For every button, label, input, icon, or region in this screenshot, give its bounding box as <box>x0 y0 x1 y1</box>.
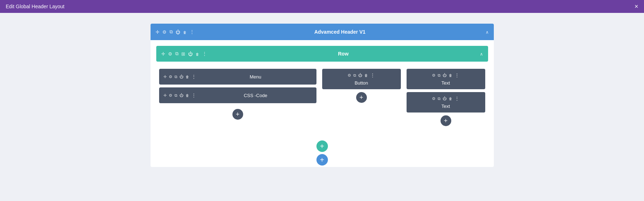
col-left: Menu CSS -Code <box>159 69 316 120</box>
text-module-1[interactable]: Text <box>407 69 485 89</box>
css-code-module[interactable]: CSS -Code <box>159 87 316 103</box>
menu-module[interactable]: Menu <box>159 69 316 85</box>
button-gear-icon[interactable] <box>348 73 351 78</box>
section-collapse-icon[interactable] <box>486 29 489 35</box>
module-container: Advamced Header V1 Row <box>151 24 494 167</box>
css-module-icons <box>163 92 196 98</box>
mid-add-button[interactable]: + <box>356 92 367 103</box>
menu-more-icon[interactable] <box>191 74 196 80</box>
close-button[interactable]: × <box>634 3 638 10</box>
button-module-icons <box>348 72 375 78</box>
row-gear-icon[interactable] <box>168 51 172 57</box>
button-label: Button <box>355 80 368 86</box>
content-area: Advamced Header V1 Row <box>0 13 644 201</box>
section-header: Advamced Header V1 <box>151 24 494 40</box>
menu-power-icon[interactable] <box>180 75 183 79</box>
left-add-container: + <box>159 109 316 120</box>
button-power-icon[interactable] <box>358 73 362 77</box>
row-title: Row <box>207 51 480 57</box>
row-copy-icon[interactable] <box>175 51 178 57</box>
bottom-teal-add-button[interactable]: + <box>316 140 328 152</box>
menu-label: Menu <box>199 74 312 80</box>
text1-gear-icon[interactable] <box>432 73 436 78</box>
text2-power-icon[interactable] <box>443 96 447 101</box>
text2-more-icon[interactable] <box>454 96 459 101</box>
text2-copy-icon[interactable] <box>438 96 441 101</box>
text-module-2[interactable]: Text <box>407 92 485 113</box>
section-move-icon[interactable] <box>156 29 159 35</box>
menu-module-icons <box>163 74 196 80</box>
css-power-icon[interactable] <box>180 93 183 97</box>
row-collapse-icon[interactable] <box>480 51 483 57</box>
text1-power-icon[interactable] <box>443 73 447 77</box>
bottom-blue-add-button[interactable]: + <box>316 154 328 166</box>
section-gear-icon[interactable] <box>162 29 167 35</box>
text1-more-icon[interactable] <box>454 72 459 78</box>
section-power-icon[interactable] <box>176 29 180 35</box>
menu-trash-icon[interactable] <box>186 75 189 79</box>
css-gear-icon[interactable] <box>169 93 172 98</box>
button-module[interactable]: Button <box>322 69 401 89</box>
title-bar-text: Edit Global Header Layout <box>6 4 64 9</box>
right-add-button[interactable]: + <box>441 115 451 126</box>
row-grid-icon[interactable] <box>181 51 185 57</box>
css-copy-icon[interactable] <box>174 93 177 98</box>
row-power-icon[interactable] <box>188 51 193 57</box>
section-header-icons <box>156 29 195 35</box>
button-trash-icon[interactable] <box>364 73 368 77</box>
menu-move-icon[interactable] <box>163 75 167 79</box>
text2-trash-icon[interactable] <box>449 96 452 101</box>
css-move-icon[interactable] <box>163 93 167 98</box>
menu-copy-icon[interactable] <box>174 75 177 79</box>
row-header: Row <box>156 46 488 62</box>
row-header-icons <box>161 51 207 57</box>
css-label: CSS -Code <box>199 93 312 98</box>
css-more-icon[interactable] <box>191 92 196 98</box>
section-more-icon[interactable] <box>190 29 195 35</box>
section-copy-icon[interactable] <box>169 29 173 35</box>
columns-container: Menu CSS -Code <box>156 67 488 132</box>
text1-trash-icon[interactable] <box>449 73 452 77</box>
left-add-button[interactable]: + <box>232 109 243 120</box>
text2-module-icons <box>432 96 459 101</box>
css-trash-icon[interactable] <box>186 93 189 97</box>
text1-label: Text <box>442 80 450 86</box>
col-mid: Button + <box>322 69 401 103</box>
text2-label: Text <box>442 104 450 109</box>
button-copy-icon[interactable] <box>353 73 356 78</box>
row-more-icon[interactable] <box>202 51 207 57</box>
row-section: Row <box>151 40 494 138</box>
section-trash-icon[interactable] <box>183 29 187 35</box>
col-right: Text Text + <box>407 69 485 126</box>
button-more-icon[interactable] <box>370 72 375 78</box>
row-trash-icon[interactable] <box>196 51 199 57</box>
section-title: Advamced Header V1 <box>195 29 486 35</box>
bottom-add-buttons: + + <box>151 138 494 167</box>
text1-copy-icon[interactable] <box>438 73 441 78</box>
menu-gear-icon[interactable] <box>169 75 172 79</box>
text1-module-icons <box>432 72 459 78</box>
row-move-icon[interactable] <box>161 51 165 57</box>
title-bar: Edit Global Header Layout × <box>0 0 644 13</box>
text2-gear-icon[interactable] <box>432 96 436 101</box>
